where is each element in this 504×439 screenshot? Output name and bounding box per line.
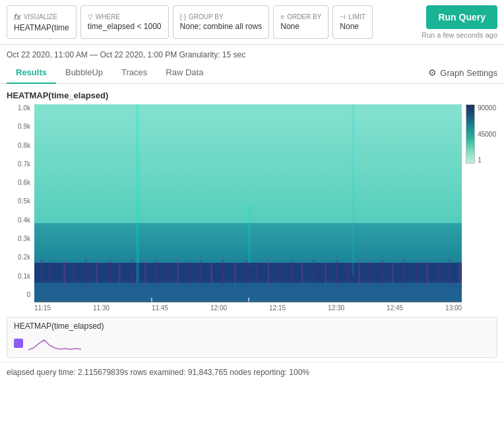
toolbar: fx VISUALIZE HEATMAP(time ▽ WHERE time_e…	[0, 0, 504, 45]
svg-rect-3	[34, 263, 462, 283]
legend-area: 90000 45000 1	[466, 104, 497, 312]
svg-rect-36	[392, 263, 394, 283]
orderby-item[interactable]: ≡ ORDER BY None	[273, 5, 329, 39]
svg-rect-8	[73, 263, 75, 281]
series-bar: HEATMAP(time_elapsed)	[7, 317, 497, 358]
where-label: ▽ WHERE	[88, 13, 162, 20]
where-value: time_elapsed < 1000	[88, 22, 162, 31]
run-button-area: Run Query Run a few seconds ago	[422, 5, 497, 39]
visualize-label: fx VISUALIZE	[14, 13, 69, 22]
svg-rect-42	[458, 261, 460, 285]
datetime-text: Oct 22 2020, 11:00 AM — Oct 22 2020, 1:0…	[7, 50, 245, 59]
y-label-0: 0	[26, 291, 30, 298]
tab-traces[interactable]: Traces	[112, 62, 156, 84]
tab-rawdata[interactable]: Raw Data	[156, 62, 212, 84]
legend-min: 1	[478, 156, 496, 164]
heatmap-svg: /* intentionally empty - stripes generat…	[34, 104, 462, 302]
chart-title: HEATMAP(time_elapsed)	[7, 90, 497, 100]
y-label-9: 0.9k	[18, 123, 30, 130]
svg-rect-16	[167, 263, 169, 283]
svg-rect-21	[222, 259, 224, 286]
y-label-1: 0.1k	[18, 273, 30, 280]
tab-bubbleup[interactable]: BubbleUp	[56, 62, 112, 84]
svg-rect-38	[415, 261, 417, 285]
svg-rect-26	[279, 261, 281, 285]
legend-mid: 45000	[478, 131, 496, 138]
x-label-1200: 12:00	[210, 304, 227, 312]
svg-rect-45	[352, 104, 354, 276]
orderby-icon: ≡	[280, 13, 284, 20]
run-query-button[interactable]: Run Query	[426, 5, 497, 29]
where-item[interactable]: ▽ WHERE time_elapsed < 1000	[80, 5, 169, 39]
svg-rect-31	[336, 260, 338, 285]
limit-item[interactable]: ⊣ LIMIT None	[332, 5, 373, 39]
heatmap-wrapper: 1.0k 0.9k 0.8k 0.7k 0.6k 0.5k 0.4k 0.3k …	[7, 104, 497, 312]
tabs-bar: Results BubbleUp Traces Raw Data ⚙ Graph…	[0, 62, 504, 84]
graph-settings-button[interactable]: ⚙ Graph Settings	[428, 67, 497, 78]
svg-rect-18	[189, 261, 191, 285]
svg-rect-35	[381, 260, 383, 285]
orderby-label: ≡ ORDER BY	[280, 13, 321, 20]
limit-label: ⊣ LIMIT	[340, 13, 365, 20]
legend-bar	[466, 104, 475, 164]
y-label-10: 1.0k	[18, 104, 30, 112]
y-label-2: 0.2k	[18, 253, 30, 261]
svg-rect-32	[346, 263, 348, 283]
x-label-1215: 12:15	[269, 304, 286, 312]
svg-rect-6	[49, 261, 51, 281]
svg-rect-11	[109, 260, 111, 283]
y-label-5: 0.5k	[18, 197, 30, 205]
status-bar: elapsed query time: 2.115679839s rows ex…	[0, 362, 504, 382]
svg-rect-17	[177, 259, 179, 286]
series-name: HEATMAP(time_elapsed)	[14, 321, 104, 331]
svg-rect-20	[210, 263, 212, 283]
groupby-label: {·} GROUP BY	[180, 13, 263, 20]
gear-icon: ⚙	[428, 67, 437, 78]
limit-value: None	[340, 22, 365, 31]
y-label-7: 0.7k	[18, 160, 30, 168]
svg-rect-23	[245, 260, 247, 285]
status-text: elapsed query time: 2.115679839s rows ex…	[7, 368, 309, 377]
svg-rect-13	[131, 259, 133, 286]
groupby-icon: {·}	[180, 13, 186, 20]
svg-rect-24	[256, 263, 258, 283]
orderby-value: None	[280, 22, 321, 31]
chart-area: HEATMAP(time_elapsed) 1.0k 0.9k 0.8k 0.7…	[0, 84, 504, 312]
datetime-bar: Oct 22 2020, 11:00 AM — Oct 22 2020, 1:0…	[0, 45, 504, 62]
svg-rect-22	[234, 261, 236, 285]
visualize-value: HEATMAP(time	[14, 23, 69, 32]
svg-rect-37	[404, 259, 406, 286]
groupby-value: None; combine all rows	[180, 22, 263, 31]
filter-icon: ▽	[88, 13, 93, 20]
x-label-1230: 12:30	[328, 304, 344, 312]
run-time-label: Run a few seconds ago	[422, 31, 497, 39]
x-label-1300: 13:00	[445, 304, 462, 312]
x-label-1130: 11:30	[93, 304, 110, 312]
svg-rect-19	[199, 260, 201, 285]
y-label-4: 0.4k	[18, 217, 30, 224]
heatmap-container[interactable]: /* intentionally empty - stripes generat…	[34, 104, 462, 312]
svg-rect-28	[301, 263, 303, 283]
svg-rect-5	[41, 259, 43, 283]
svg-rect-25	[268, 259, 270, 286]
svg-rect-29	[313, 259, 315, 286]
series-row	[14, 333, 490, 353]
svg-rect-41	[449, 259, 451, 286]
y-label-8: 0.8k	[18, 142, 30, 149]
x-axis: 11:15 11:30 11:45 12:00 12:15 12:30 12:4…	[34, 302, 462, 312]
series-swatch	[14, 339, 23, 348]
svg-rect-9	[85, 259, 87, 286]
limit-icon: ⊣	[340, 13, 346, 20]
y-label-6: 0.6k	[18, 179, 30, 186]
tab-results[interactable]: Results	[7, 62, 56, 84]
y-label-3: 0.3k	[18, 235, 30, 242]
groupby-item[interactable]: {·} GROUP BY None; combine all rows	[173, 5, 270, 39]
svg-rect-27	[290, 260, 292, 285]
x-label-1145: 11:45	[152, 304, 168, 312]
svg-rect-44	[248, 203, 251, 263]
legend-max: 90000	[478, 104, 496, 112]
svg-rect-15	[156, 260, 158, 285]
svg-rect-7	[63, 260, 65, 285]
fx-icon: fx	[14, 13, 21, 22]
visualize-item[interactable]: fx VISUALIZE HEATMAP(time	[7, 5, 77, 39]
